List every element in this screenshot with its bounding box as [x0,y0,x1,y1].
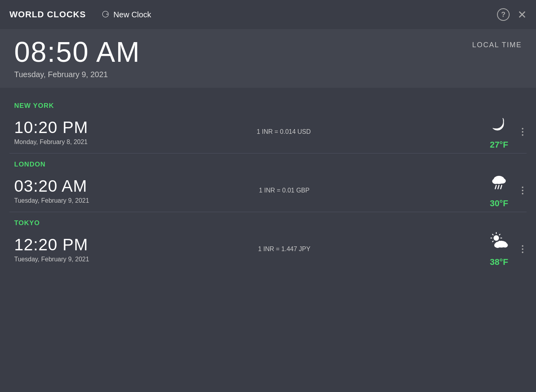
help-button[interactable]: ? [497,8,510,21]
header-right: ? ✕ [497,8,527,21]
svg-line-5 [501,185,502,189]
app-title: WORLD CLOCKS [9,9,86,20]
plus-icon: ⚆ [102,9,109,20]
clock-time: 03:20 AM [14,177,89,196]
weather-temp: 30°F [490,198,508,209]
svg-line-11 [493,234,493,235]
dot-icon [522,131,523,133]
local-time-left: 08:50 AM Tuesday, February 9, 2021 [14,38,140,79]
svg-point-1 [492,179,499,184]
more-options-button[interactable] [519,187,527,194]
dot-icon [522,187,523,188]
dot-icon [522,190,523,191]
exchange-rate: 1 INR = 1.447 JPY [89,246,479,253]
city-name: NEW YORK [14,102,527,110]
clock-time-block: 10:20 PM Monday, February 8, 2021 [14,118,88,146]
clock-time: 12:20 PM [14,235,89,254]
clock-entry: TOKYO 12:20 PM Tuesday, February 9, 2021… [9,212,527,270]
local-time-date: Tuesday, February 9, 2021 [14,70,140,79]
clock-entry: LONDON 03:20 AM Tuesday, February 9, 202… [9,153,527,212]
clock-row: 03:20 AM Tuesday, February 9, 2021 1 INR… [14,172,527,209]
clock-row: 10:20 PM Monday, February 8, 2021 1 INR … [14,114,527,150]
clock-time-block: 12:20 PM Tuesday, February 9, 2021 [14,235,89,263]
weather-temp: 38°F [490,257,508,267]
clock-date: Tuesday, February 9, 2021 [14,256,89,263]
dot-icon [522,251,523,253]
clock-date: Monday, February 8, 2021 [14,139,88,146]
local-time-label: LOCAL TIME [472,41,522,49]
svg-point-2 [499,178,506,184]
clock-list: NEW YORK 10:20 PM Monday, February 8, 20… [0,95,536,270]
more-options-button[interactable] [519,245,527,253]
clock-time-block: 03:20 AM Tuesday, February 9, 2021 [14,177,89,204]
svg-line-3 [495,185,496,189]
svg-line-14 [493,241,493,242]
clock-entry: NEW YORK 10:20 PM Monday, February 8, 20… [9,95,527,153]
svg-point-17 [503,243,508,248]
new-clock-label: New Clock [113,10,151,19]
dot-icon [522,128,523,129]
dot-icon [522,245,523,247]
svg-line-13 [499,234,500,235]
header: WORLD CLOCKS ⚆ New Clock ? ✕ [0,0,536,29]
weather-temp: 27°F [490,140,508,150]
svg-point-16 [494,242,501,248]
clock-date: Tuesday, February 9, 2021 [14,197,89,204]
weather-block: 38°F [479,231,519,267]
dot-icon [522,248,523,250]
weather-icon [489,172,509,197]
local-time-panel: 08:50 AM Tuesday, February 9, 2021 LOCAL… [0,29,536,88]
exchange-rate: 1 INR = 0.01 GBP [89,187,479,194]
city-name: TOKYO [14,219,527,227]
weather-icon [489,114,509,138]
close-button[interactable]: ✕ [517,8,527,21]
clock-time: 10:20 PM [14,118,88,137]
dot-icon [522,193,523,194]
new-clock-button[interactable]: ⚆ New Clock [97,7,156,22]
weather-block: 30°F [479,172,519,209]
header-left: WORLD CLOCKS ⚆ New Clock [9,7,156,22]
weather-icon [489,231,509,255]
dot-icon [522,134,523,136]
exchange-rate: 1 INR = 0.014 USD [88,128,479,135]
weather-block: 27°F [479,114,519,150]
clock-row: 12:20 PM Tuesday, February 9, 2021 1 INR… [14,231,527,267]
help-label: ? [501,11,506,19]
city-name: LONDON [14,161,527,168]
local-time-clock: 08:50 AM [14,38,140,66]
svg-point-6 [493,235,499,241]
more-options-button[interactable] [519,128,527,136]
svg-line-4 [498,185,499,189]
